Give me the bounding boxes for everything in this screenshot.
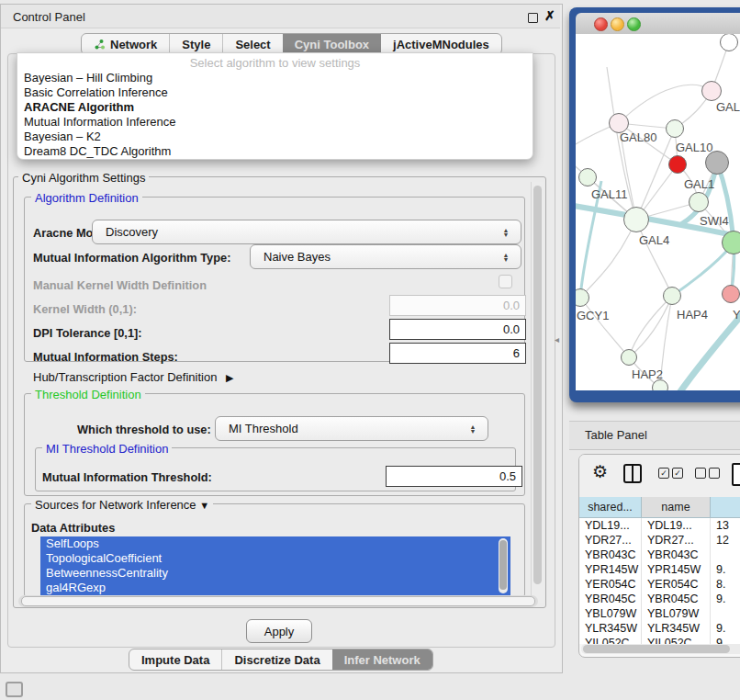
hub-definition-expander[interactable]: Hub/Transcription Factor Definition ▶ xyxy=(33,370,233,384)
checkbox-checked-icon[interactable]: ✓ xyxy=(658,468,669,479)
network-node[interactable] xyxy=(720,34,738,51)
settings-hscrollbar-thumb[interactable] xyxy=(21,596,535,606)
list-scrollbar-thumb[interactable] xyxy=(499,540,507,590)
table-row[interactable]: YLR345WYLR345W9. xyxy=(579,621,740,636)
sources-group-title[interactable]: Sources for Network Inference ▼ xyxy=(31,498,213,512)
table-row[interactable]: YBR045CYBR045C9. xyxy=(579,592,740,606)
dpi-tolerance-field[interactable]: 0.0 xyxy=(389,319,526,340)
column-header-shared-name[interactable]: shared... xyxy=(579,497,642,518)
table-row[interactable]: YIL052CYIL052C9. xyxy=(579,636,740,644)
algorithm-option-dream8-dc-tdc-algorithm[interactable]: Dream8 DC_TDC Algorithm xyxy=(17,144,533,159)
table-cell[interactable]: YDR27... xyxy=(579,533,642,548)
mi-type-select[interactable]: Naive Bayes ▲▼ xyxy=(250,244,521,269)
table-hscrollbar-thumb[interactable] xyxy=(583,645,730,653)
close-panel-icon[interactable]: ✗ xyxy=(544,8,555,23)
table-cell[interactable]: YER054C xyxy=(642,577,711,592)
algorithm-option-bayesian-hill-climbing[interactable]: Bayesian – Hill Climbing xyxy=(17,71,533,85)
network-node[interactable] xyxy=(722,231,740,254)
table-cell[interactable]: 9. xyxy=(711,621,740,636)
table-cell[interactable]: 9. xyxy=(711,592,740,606)
table-cell[interactable]: YDL19... xyxy=(579,518,642,533)
attribute-item-gal4rgexp[interactable]: gal4RGexp xyxy=(40,581,510,595)
table-cell[interactable] xyxy=(711,606,740,621)
tab-network[interactable]: Network xyxy=(82,34,169,54)
splitter-collapse-icon[interactable]: ◂ xyxy=(555,334,559,344)
table-cell[interactable]: YBL079W xyxy=(579,606,642,621)
algorithm-option-mutual-information-inference[interactable]: Mutual Information Inference xyxy=(17,115,533,130)
table-cell[interactable]: YIL052C xyxy=(579,636,642,644)
algorithm-option-basic-correlation-inference[interactable]: Basic Correlation Inference xyxy=(17,85,533,100)
tab-style[interactable]: Style xyxy=(169,34,222,54)
table-cell[interactable]: 9. xyxy=(711,636,740,644)
network-node[interactable] xyxy=(578,168,597,186)
table-cell[interactable]: 9. xyxy=(711,562,740,577)
table-cell[interactable]: YBR043C xyxy=(579,548,642,562)
table-cell[interactable]: YDL19... xyxy=(642,518,711,533)
table-cell[interactable]: YLR345W xyxy=(579,621,642,636)
maximize-window-icon[interactable] xyxy=(627,17,641,31)
column-header-cut[interactable] xyxy=(711,497,740,518)
network-node[interactable] xyxy=(666,119,684,138)
table-cell[interactable]: YER054C xyxy=(579,577,642,592)
minimize-window-icon[interactable] xyxy=(611,17,624,31)
settings-hscrollbar-track[interactable] xyxy=(18,595,538,607)
bottom-tab-infer-network[interactable]: Infer Network xyxy=(332,649,432,670)
docked-panel-icon[interactable] xyxy=(6,682,23,697)
mi-threshold-field[interactable]: 0.5 xyxy=(386,466,522,487)
mi-steps-field[interactable]: 6 xyxy=(389,343,526,364)
network-window-titlebar[interactable] xyxy=(576,13,740,35)
table-row[interactable]: YER054CYER054C8. xyxy=(579,577,740,592)
table-cell[interactable]: YBR043C xyxy=(642,548,711,562)
table-cell[interactable]: YDR27... xyxy=(642,533,711,548)
table-row[interactable]: YBR043CYBR043C xyxy=(579,548,740,562)
table-cell[interactable]: 8. xyxy=(711,577,740,592)
network-node[interactable] xyxy=(663,287,681,305)
table-cell[interactable] xyxy=(711,548,740,562)
table-row[interactable]: YPR145WYPR145W9. xyxy=(579,562,740,577)
network-node[interactable] xyxy=(701,81,722,101)
table-cell[interactable]: 13 xyxy=(711,518,740,533)
table-row[interactable]: YBL079WYBL079W xyxy=(579,606,740,621)
table-row[interactable]: YDL19...YDL19...13 xyxy=(579,518,740,533)
table-cell[interactable]: YLR345W xyxy=(642,621,711,636)
data-attributes-list[interactable]: SelfLoopsTopologicalCoefficientBetweenne… xyxy=(40,536,510,595)
tab-cyni-toolbox[interactable]: Cyni Toolbox xyxy=(283,34,381,54)
checkbox-unchecked-icon[interactable] xyxy=(709,468,720,479)
document-icon[interactable] xyxy=(732,463,740,486)
float-panel-icon[interactable] xyxy=(528,13,538,23)
apply-button[interactable]: Apply xyxy=(246,619,312,643)
table-cell[interactable]: YPR145W xyxy=(579,562,642,577)
table-body[interactable]: YDL19...YDL19...13YDR27...YDR27...12YBR0… xyxy=(579,518,740,644)
network-canvas[interactable]: GALGAL80GAL10GAL1GAL11SWI4GAL4GCY1HAP4YH… xyxy=(576,34,740,390)
manual-kernel-checkbox[interactable] xyxy=(499,275,512,288)
gear-icon[interactable]: ⚙ xyxy=(592,463,608,480)
network-node[interactable] xyxy=(668,155,687,174)
table-cell[interactable]: YBR045C xyxy=(642,592,711,606)
algorithm-option-bayesian-k2[interactable]: Bayesian – K2 xyxy=(17,130,533,144)
table-hscrollbar-track[interactable] xyxy=(581,644,740,654)
network-node[interactable] xyxy=(621,349,637,366)
checkbox-unchecked-icon[interactable] xyxy=(695,468,706,479)
attribute-item-topologicalcoefficient[interactable]: TopologicalCoefficient xyxy=(40,551,510,566)
which-threshold-select[interactable]: MI Threshold ▲▼ xyxy=(215,416,488,441)
algorithm-option-aracne-algorithm[interactable]: ARACNE Algorithm xyxy=(17,100,533,115)
settings-scrollbar-track[interactable] xyxy=(531,182,544,603)
column-header-name[interactable]: name xyxy=(642,497,711,518)
table-cell[interactable]: YBR045C xyxy=(579,592,642,606)
network-node[interactable] xyxy=(722,285,740,303)
table-cell[interactable]: YIL052C xyxy=(642,636,711,644)
aracne-mode-select[interactable]: Discovery ▲▼ xyxy=(92,220,521,244)
attribute-item-betweennesscentrality[interactable]: BetweennessCentrality xyxy=(40,566,510,581)
bottom-tab-impute-data[interactable]: Impute Data xyxy=(129,649,221,670)
columns-icon[interactable] xyxy=(623,464,642,483)
close-window-icon[interactable] xyxy=(594,17,608,31)
table-row[interactable]: YDR27...YDR27...12 xyxy=(579,533,740,548)
list-scrollbar-track[interactable] xyxy=(499,538,508,593)
settings-scrollbar-thumb[interactable] xyxy=(533,186,542,584)
table-cell[interactable]: YBL079W xyxy=(642,606,711,621)
table-cell[interactable]: YPR145W xyxy=(642,562,711,577)
tab-jactivemnodules[interactable]: jActiveMNodules xyxy=(381,34,501,54)
attribute-item-selfloops[interactable]: SelfLoops xyxy=(40,536,510,551)
network-node[interactable] xyxy=(689,192,709,212)
bottom-tab-discretize-data[interactable]: Discretize Data xyxy=(221,649,331,670)
